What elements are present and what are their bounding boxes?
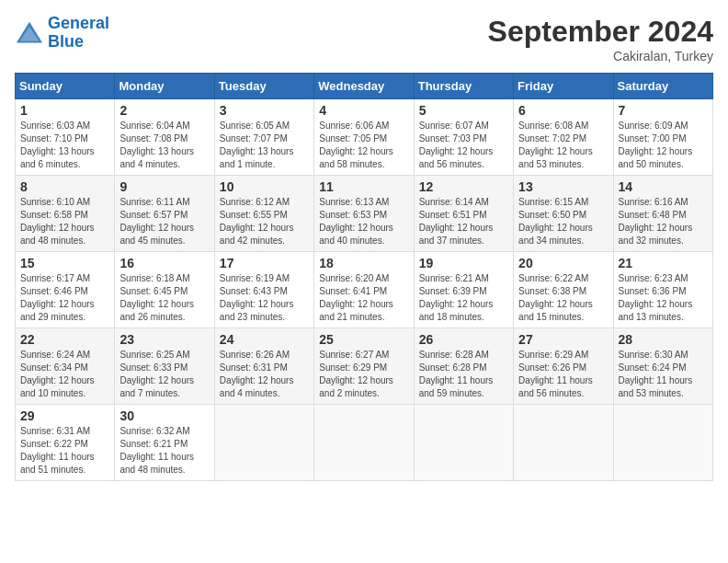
calendar-cell: 1 Sunrise: 6:03 AM Sunset: 7:10 PM Dayli… [16,99,115,176]
calendar-cell: 13 Sunrise: 6:15 AM Sunset: 6:50 PM Dayl… [514,176,613,252]
calendar-cell: 14 Sunrise: 6:16 AM Sunset: 6:48 PM Dayl… [613,176,712,252]
day-info: Sunrise: 6:31 AM Sunset: 6:22 PM Dayligh… [20,425,109,477]
calendar-week-4: 22 Sunrise: 6:24 AM Sunset: 6:34 PM Dayl… [16,328,713,405]
day-number: 11 [319,179,408,194]
calendar-cell [314,405,414,481]
day-info: Sunrise: 6:10 AM Sunset: 6:58 PM Dayligh… [20,196,109,247]
logo-text: General Blue [48,15,109,52]
calendar-cell: 11 Sunrise: 6:13 AM Sunset: 6:53 PM Dayl… [314,176,414,252]
calendar-cell: 25 Sunrise: 6:27 AM Sunset: 6:29 PM Dayl… [314,328,414,405]
day-info: Sunrise: 6:07 AM Sunset: 7:03 PM Dayligh… [419,120,508,171]
day-number: 7 [619,103,708,118]
day-number: 8 [20,179,109,194]
day-number: 20 [518,256,608,270]
calendar-week-5: 29 Sunrise: 6:31 AM Sunset: 6:22 PM Dayl… [16,405,713,481]
calendar-body: 1 Sunrise: 6:03 AM Sunset: 7:10 PM Dayli… [16,99,713,481]
calendar-cell [214,405,313,481]
day-info: Sunrise: 6:19 AM Sunset: 6:43 PM Dayligh… [220,272,309,324]
day-info: Sunrise: 6:11 AM Sunset: 6:57 PM Dayligh… [119,196,209,247]
day-info: Sunrise: 6:25 AM Sunset: 6:33 PM Dayligh… [119,349,209,400]
calendar-cell: 22 Sunrise: 6:24 AM Sunset: 6:34 PM Dayl… [16,328,115,405]
page-header: General Blue September 2024 Cakiralan, T… [15,15,713,63]
calendar-cell: 23 Sunrise: 6:25 AM Sunset: 6:33 PM Dayl… [115,328,214,405]
calendar-week-1: 1 Sunrise: 6:03 AM Sunset: 7:10 PM Dayli… [16,99,713,176]
calendar-week-2: 8 Sunrise: 6:10 AM Sunset: 6:58 PM Dayli… [16,176,713,252]
logo-icon [15,20,44,46]
day-info: Sunrise: 6:27 AM Sunset: 6:29 PM Dayligh… [319,349,408,400]
day-number: 1 [20,103,109,118]
day-number: 29 [20,408,109,423]
day-info: Sunrise: 6:28 AM Sunset: 6:28 PM Dayligh… [419,349,508,400]
day-number: 4 [319,103,408,118]
day-number: 9 [119,179,209,194]
day-number: 13 [518,179,608,194]
calendar-cell: 21 Sunrise: 6:23 AM Sunset: 6:36 PM Dayl… [613,252,712,328]
day-number: 2 [119,103,209,118]
calendar-cell: 5 Sunrise: 6:07 AM Sunset: 7:03 PM Dayli… [414,99,513,176]
day-info: Sunrise: 6:03 AM Sunset: 7:10 PM Dayligh… [20,120,109,171]
day-number: 16 [119,256,209,270]
col-monday: Monday [115,74,214,99]
calendar-cell: 18 Sunrise: 6:20 AM Sunset: 6:41 PM Dayl… [314,252,414,328]
day-info: Sunrise: 6:15 AM Sunset: 6:50 PM Dayligh… [518,196,608,247]
day-number: 19 [419,256,508,270]
calendar-cell: 15 Sunrise: 6:17 AM Sunset: 6:46 PM Dayl… [16,252,115,328]
calendar-cell [414,405,513,481]
day-info: Sunrise: 6:04 AM Sunset: 7:08 PM Dayligh… [119,120,209,171]
calendar-cell [514,405,613,481]
day-number: 25 [319,332,408,347]
day-number: 22 [20,332,109,347]
header-row: Sunday Monday Tuesday Wednesday Thursday… [16,74,713,99]
day-number: 18 [319,256,408,270]
calendar-cell: 12 Sunrise: 6:14 AM Sunset: 6:51 PM Dayl… [414,176,513,252]
col-thursday: Thursday [414,74,513,99]
calendar-cell: 4 Sunrise: 6:06 AM Sunset: 7:05 PM Dayli… [314,99,414,176]
day-info: Sunrise: 6:18 AM Sunset: 6:45 PM Dayligh… [119,272,209,324]
day-number: 5 [419,103,508,118]
day-info: Sunrise: 6:17 AM Sunset: 6:46 PM Dayligh… [20,272,109,324]
day-info: Sunrise: 6:12 AM Sunset: 6:55 PM Dayligh… [220,196,309,247]
day-number: 30 [119,408,209,423]
col-sunday: Sunday [16,74,115,99]
day-number: 15 [20,256,109,270]
day-info: Sunrise: 6:21 AM Sunset: 6:39 PM Dayligh… [419,272,508,324]
month-title: September 2024 [488,15,713,49]
day-info: Sunrise: 6:09 AM Sunset: 7:00 PM Dayligh… [619,120,708,171]
day-number: 3 [220,103,309,118]
calendar-cell: 8 Sunrise: 6:10 AM Sunset: 6:58 PM Dayli… [16,176,115,252]
calendar-header: Sunday Monday Tuesday Wednesday Thursday… [16,74,713,99]
day-number: 27 [518,332,608,347]
day-info: Sunrise: 6:16 AM Sunset: 6:48 PM Dayligh… [619,196,708,247]
col-tuesday: Tuesday [214,74,313,99]
calendar-cell: 30 Sunrise: 6:32 AM Sunset: 6:21 PM Dayl… [115,405,214,481]
day-number: 17 [220,256,309,270]
location: Cakiralan, Turkey [488,49,713,63]
calendar-cell: 3 Sunrise: 6:05 AM Sunset: 7:07 PM Dayli… [214,99,313,176]
day-number: 6 [518,103,608,118]
col-saturday: Saturday [613,74,712,99]
calendar-table: Sunday Monday Tuesday Wednesday Thursday… [15,73,713,481]
day-number: 14 [619,179,708,194]
logo: General Blue [15,15,109,52]
day-info: Sunrise: 6:06 AM Sunset: 7:05 PM Dayligh… [319,120,408,171]
day-info: Sunrise: 6:29 AM Sunset: 6:26 PM Dayligh… [518,349,608,400]
calendar-cell: 28 Sunrise: 6:30 AM Sunset: 6:24 PM Dayl… [613,328,712,405]
day-number: 26 [419,332,508,347]
calendar-cell: 24 Sunrise: 6:26 AM Sunset: 6:31 PM Dayl… [214,328,313,405]
day-info: Sunrise: 6:20 AM Sunset: 6:41 PM Dayligh… [319,272,408,324]
col-friday: Friday [514,74,613,99]
calendar-cell: 20 Sunrise: 6:22 AM Sunset: 6:38 PM Dayl… [514,252,613,328]
calendar-cell: 17 Sunrise: 6:19 AM Sunset: 6:43 PM Dayl… [214,252,313,328]
day-number: 28 [619,332,708,347]
day-info: Sunrise: 6:32 AM Sunset: 6:21 PM Dayligh… [119,425,209,477]
day-info: Sunrise: 6:22 AM Sunset: 6:38 PM Dayligh… [518,272,608,324]
calendar-cell: 10 Sunrise: 6:12 AM Sunset: 6:55 PM Dayl… [214,176,313,252]
day-number: 10 [220,179,309,194]
day-number: 23 [119,332,209,347]
day-number: 24 [220,332,309,347]
day-info: Sunrise: 6:05 AM Sunset: 7:07 PM Dayligh… [220,120,309,171]
day-info: Sunrise: 6:24 AM Sunset: 6:34 PM Dayligh… [20,349,109,400]
calendar-cell: 29 Sunrise: 6:31 AM Sunset: 6:22 PM Dayl… [16,405,115,481]
day-info: Sunrise: 6:26 AM Sunset: 6:31 PM Dayligh… [220,349,309,400]
calendar-cell [613,405,712,481]
